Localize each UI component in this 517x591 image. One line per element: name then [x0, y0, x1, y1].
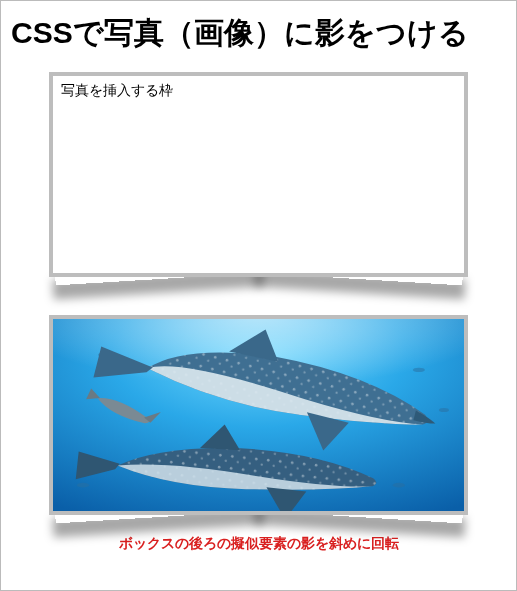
- svg-point-7: [77, 483, 89, 488]
- photo-frame: [49, 315, 468, 515]
- svg-point-6: [439, 408, 449, 412]
- content-area: 写真を挿入する枠: [1, 72, 516, 553]
- whale-shark-image: [53, 319, 464, 511]
- frame-label: 写真を挿入する枠: [61, 82, 173, 98]
- page-container: CSSで写真（画像）に影をつける 写真を挿入する枠: [0, 0, 517, 591]
- svg-point-5: [413, 368, 425, 372]
- svg-point-8: [393, 483, 405, 488]
- photo-frame-placeholder-wrap: 写真を挿入する枠: [49, 72, 468, 277]
- photo-frame-wrap: [49, 315, 468, 515]
- caption-text: ボックスの後ろの擬似要素の影を斜めに回転: [49, 535, 468, 553]
- photo-frame-placeholder: 写真を挿入する枠: [49, 72, 468, 277]
- page-title: CSSで写真（画像）に影をつける: [11, 13, 506, 54]
